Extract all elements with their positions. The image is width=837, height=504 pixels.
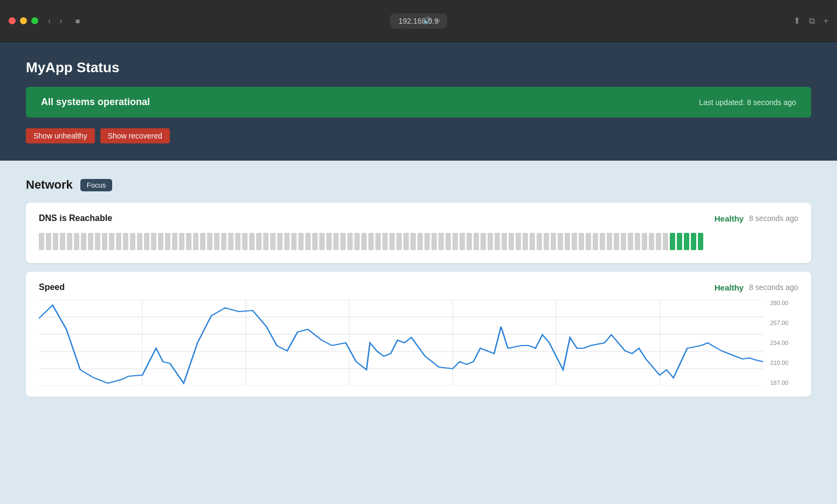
close-button[interactable] — [9, 17, 16, 24]
dns-bar-gray — [214, 233, 219, 250]
dns-bar-gray — [298, 233, 304, 250]
back-button[interactable]: ‹ — [45, 14, 54, 28]
dns-bar-gray — [123, 233, 128, 250]
dns-bar-gray — [165, 233, 170, 250]
dns-bar-gray — [488, 233, 493, 250]
dns-card: DNS is Reachable Healthy 8 seconds ago — [26, 203, 811, 263]
dns-bar-gray — [607, 233, 612, 250]
dns-bar-gray — [221, 233, 227, 250]
maximize-button[interactable] — [31, 17, 38, 24]
show-unhealthy-button[interactable]: Show unhealthy — [26, 128, 95, 143]
dns-bar-gray — [158, 233, 163, 250]
dns-bar-gray — [558, 233, 563, 250]
dns-bar-gray — [207, 233, 212, 250]
address-bar-icons: 🔊 ↻ — [423, 17, 441, 25]
dns-bar-gray — [242, 233, 248, 250]
dns-bar-gray — [663, 233, 668, 250]
dns-bar-gray — [137, 233, 142, 250]
forward-button[interactable]: › — [56, 14, 65, 28]
dns-bar-gray — [291, 233, 297, 250]
dns-bar-gray — [270, 233, 276, 250]
dns-bar-gray — [46, 233, 51, 250]
dns-bar-gray — [628, 233, 633, 250]
dns-card-header: DNS is Reachable Healthy 8 seconds ago — [39, 213, 798, 223]
dns-bars-container — [39, 231, 798, 252]
speed-status-label: Healthy — [715, 283, 744, 292]
dns-bar-gray — [621, 233, 626, 250]
dns-bar-green — [670, 233, 675, 250]
dns-bar-gray — [642, 233, 647, 250]
dns-bar-gray — [495, 233, 500, 250]
dns-bar-gray — [200, 233, 205, 250]
dns-status-time: 8 seconds ago — [749, 214, 798, 223]
dns-bar-gray — [656, 233, 661, 250]
chart-label-280: 280.00 — [770, 300, 788, 306]
minimize-button[interactable] — [20, 17, 27, 24]
nav-buttons: ‹ › — [45, 14, 66, 28]
dns-bar-gray — [151, 233, 156, 250]
status-banner: All systems operational Last updated: 8 … — [26, 87, 811, 118]
dns-status-label: Healthy — [715, 214, 744, 223]
dns-card-title: DNS is Reachable — [39, 213, 112, 223]
speed-card-status: Healthy 8 seconds ago — [715, 283, 798, 292]
dns-bar-gray — [88, 233, 93, 250]
reload-icon[interactable]: ↻ — [435, 17, 441, 25]
chart-label-210: 210.00 — [770, 360, 788, 366]
dns-bar-gray — [102, 233, 107, 250]
audio-icon: 🔊 — [423, 17, 431, 25]
dns-bar-gray — [382, 233, 388, 250]
dns-bar-gray — [572, 233, 577, 250]
speed-svg — [39, 300, 763, 386]
dns-bar-green — [677, 233, 682, 250]
tab-grid-icon[interactable]: ⧉ — [809, 16, 815, 26]
dns-bar-gray — [403, 233, 409, 250]
dns-bar-gray — [53, 233, 58, 250]
dns-bar-gray — [277, 233, 283, 250]
focus-button[interactable]: Focus — [80, 179, 112, 191]
dns-bar-gray — [586, 233, 591, 250]
speed-chart: 280.00 257.00 234.00 210.00 187.00 — [39, 300, 798, 386]
dns-bar-gray — [228, 233, 234, 250]
browser-content: MyApp Status All systems operational Las… — [0, 42, 837, 504]
dns-bar-gray — [326, 233, 332, 250]
filter-buttons: Show unhealthy Show recovered — [26, 128, 811, 143]
chart-label-187: 187.00 — [770, 379, 788, 386]
dns-bar-gray — [600, 233, 605, 250]
dns-bar-gray — [95, 233, 100, 250]
speed-card-header: Speed Healthy 8 seconds ago — [39, 282, 798, 292]
speed-card: Speed Healthy 8 seconds ago — [26, 272, 811, 397]
last-updated-text: Last updated: 8 seconds ago — [699, 98, 796, 107]
dns-bar-gray — [319, 233, 325, 250]
dns-bar-gray — [466, 233, 472, 250]
dns-bar-gray — [649, 233, 654, 250]
dns-bar-gray — [396, 233, 402, 250]
dns-bar-gray — [438, 233, 444, 250]
dns-bar-gray — [516, 233, 521, 250]
dns-bar-gray — [523, 233, 528, 250]
page-title: MyApp Status — [26, 59, 811, 76]
dns-bar-gray — [452, 233, 458, 250]
dns-bar-gray — [130, 233, 135, 250]
dns-bar-gray — [361, 233, 367, 250]
dns-bar-gray — [109, 233, 114, 250]
dns-bar-gray — [60, 233, 65, 250]
network-title: Network — [26, 178, 73, 192]
new-tab-icon[interactable]: + — [824, 16, 828, 26]
dns-bar-gray — [593, 233, 598, 250]
share-icon[interactable]: ⬆ — [793, 16, 800, 26]
dns-bar-gray — [249, 233, 255, 250]
dns-bar-gray — [445, 233, 451, 250]
dns-bar-gray — [459, 233, 465, 250]
dns-bar-gray — [424, 233, 430, 250]
dns-bar-gray — [74, 233, 79, 250]
dns-bar-gray — [256, 233, 262, 250]
show-recovered-button[interactable]: Show recovered — [100, 128, 170, 143]
dns-bar-gray — [67, 233, 72, 250]
dns-bar-gray — [551, 233, 556, 250]
dns-bar-gray — [410, 233, 416, 250]
dns-bar-gray — [179, 233, 184, 250]
dns-bar-gray — [333, 233, 339, 250]
dns-bar-gray — [530, 233, 535, 250]
address-bar[interactable]: 192.168.0.9 🔊 ↻ — [390, 13, 447, 29]
sidebar-toggle-button[interactable]: ■ — [72, 15, 83, 27]
